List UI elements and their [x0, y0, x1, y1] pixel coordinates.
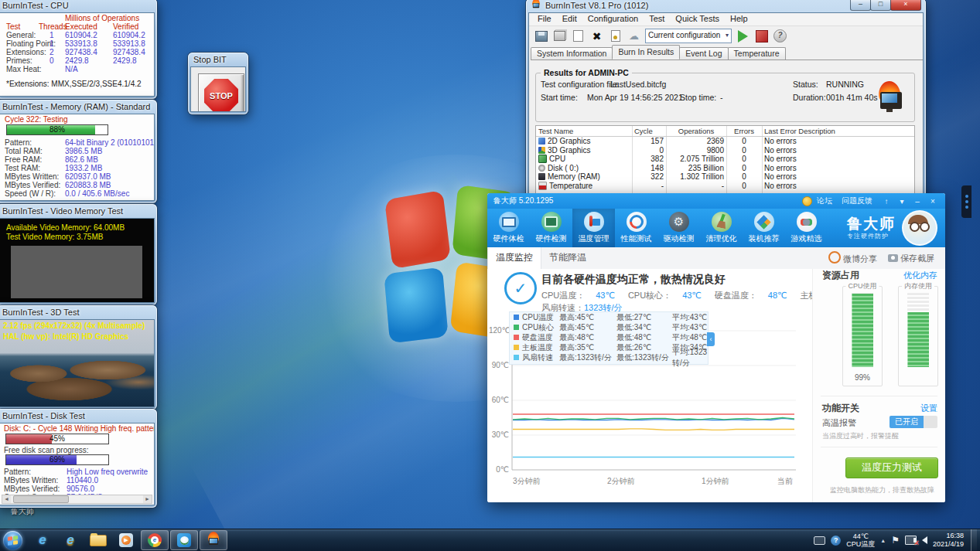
- stop-tests-button[interactable]: [754, 29, 769, 43]
- copy-icon[interactable]: [571, 29, 586, 43]
- feedback-link[interactable]: 问题反馈: [842, 196, 872, 206]
- tray-device-icon[interactable]: [814, 536, 825, 545]
- nav-clean-optimize[interactable]: 清理优化: [700, 209, 743, 247]
- disk-icon: [538, 165, 545, 172]
- tab-burn-in-results[interactable]: Burn In Results: [612, 45, 680, 60]
- tray-expand-icon[interactable]: ▲: [880, 538, 886, 543]
- titlebar[interactable]: BurnInTest - Memory (RAM) - Standard: [0, 100, 157, 114]
- table-row[interactable]: Memory (RAM) 322 1.302 Trillion 0 No err…: [536, 172, 914, 182]
- table-row[interactable]: CPU 382 2.075 Trillion 0 No errors: [536, 155, 914, 164]
- titlebar[interactable]: BurnInTest - CPU: [0, 0, 157, 12]
- desktop-icon-ludashi[interactable]: 鲁大师: [11, 506, 34, 517]
- header-errors[interactable]: Errors: [726, 127, 762, 135]
- nav-game-picks[interactable]: 游戏精选: [785, 209, 828, 247]
- taskbar-item-explorer[interactable]: [85, 531, 111, 549]
- menu-test[interactable]: Test: [644, 13, 670, 26]
- taskbar-item-burnintest[interactable]: [200, 530, 227, 550]
- action-center-flag-icon[interactable]: ⚑: [891, 535, 900, 546]
- certificate-icon[interactable]: [608, 29, 623, 43]
- stop-bit-button[interactable]: STOP: [198, 73, 244, 111]
- tray-clock[interactable]: 16:38 2021/4/19: [933, 532, 965, 549]
- start-tests-button[interactable]: [736, 29, 750, 43]
- value: 0.0 / 405.6 MB/sec: [65, 189, 129, 198]
- cell: 1: [50, 31, 54, 39]
- titlebar[interactable]: Stop BIT: [188, 53, 248, 66]
- maximize-button[interactable]: □: [870, 0, 891, 11]
- delete-results-icon[interactable]: ✖: [589, 29, 604, 43]
- taskbar-item-media-player[interactable]: ▶: [113, 531, 139, 549]
- table-row[interactable]: 3D Graphics 0 9800 0 No errors: [536, 146, 914, 155]
- nav-performance-test[interactable]: 性能测试: [615, 209, 657, 247]
- taskbar-item-browser[interactable]: e: [141, 530, 169, 550]
- table-row[interactable]: Disk ( 0:) 148 235 Billion 0 No errors: [536, 164, 914, 173]
- scroll-right-arrow[interactable]: ►: [143, 495, 152, 503]
- titlebar[interactable]: BurnInTest - Video Memory Test: [0, 204, 157, 218]
- tab-energy-cooling[interactable]: 节能降温: [541, 247, 594, 269]
- table-row[interactable]: 2D Graphics 157 2369 0 No errors: [536, 137, 914, 146]
- weibo-icon: [828, 251, 841, 264]
- table-header-row[interactable]: Test Name Cycle Operations Errors Last E…: [536, 126, 914, 137]
- skin-menu-icon[interactable]: ▾: [896, 197, 908, 206]
- nav-build-recommend[interactable]: 装机推荐: [743, 209, 785, 247]
- taskbar-item-ie[interactable]: e: [29, 531, 56, 549]
- 3d-render-scene: 2.12 fps (294x172x32) (4x Multisample) H…: [0, 320, 154, 406]
- settings-link[interactable]: 设置: [920, 403, 937, 414]
- tray-temperature[interactable]: 44℃ CPU温度: [846, 532, 875, 548]
- start-button[interactable]: [3, 531, 22, 550]
- legend-collapse-button[interactable]: ‹: [707, 332, 715, 346]
- update-icon[interactable]: ↑: [880, 197, 893, 206]
- medal-icon[interactable]: [802, 196, 812, 206]
- optimize-memory-link[interactable]: 优化内存: [903, 270, 937, 281]
- taskbar-item-ie64[interactable]: e: [57, 531, 84, 549]
- menu-file[interactable]: File: [532, 13, 557, 26]
- titlebar[interactable]: 鲁大师 5.20.1295 论坛 问题反馈 ↑ ▾ – ×: [487, 193, 945, 209]
- minimize-button[interactable]: –: [911, 197, 924, 206]
- dashboard-icon[interactable]: ☁: [627, 29, 641, 43]
- menu-edit[interactable]: Edit: [557, 13, 582, 26]
- taskbar-item-ludashi[interactable]: [170, 530, 198, 550]
- tab-system-information[interactable]: System Information: [531, 47, 613, 60]
- header-operations[interactable]: Operations: [666, 127, 726, 135]
- save-results-icon[interactable]: [534, 29, 548, 43]
- tab-temp-monitor[interactable]: 温度监控: [487, 247, 541, 269]
- scroll-left-arrow[interactable]: ◄: [2, 495, 11, 503]
- nav-driver-detect[interactable]: ⚙驱动检测: [657, 209, 700, 247]
- table-row[interactable]: Temperature - - 0 No errors: [536, 182, 914, 191]
- desktop-sidebar-handle[interactable]: [961, 185, 971, 218]
- weibo-share-button[interactable]: 微博分享: [828, 251, 877, 265]
- media-player-icon: ▶: [119, 533, 133, 547]
- nav-hardware-checkup[interactable]: 硬件体检: [487, 209, 530, 247]
- titlebar[interactable]: BurnInTest - 3D Test: [0, 305, 157, 319]
- header-last-error[interactable]: Last Error Description: [762, 127, 914, 135]
- menu-help[interactable]: Help: [725, 13, 753, 26]
- minimize-button[interactable]: –: [850, 0, 871, 11]
- header-cycle[interactable]: Cycle: [632, 127, 666, 135]
- alarm-toggle[interactable]: 已开启: [890, 416, 937, 428]
- titlebar[interactable]: BurnInTest - Disk Test: [0, 409, 157, 423]
- nav-temperature[interactable]: 温度管理: [572, 209, 615, 247]
- close-button[interactable]: ×: [927, 197, 939, 206]
- close-button[interactable]: ×: [890, 0, 921, 11]
- speaker-icon[interactable]: [922, 536, 927, 544]
- configuration-dropdown[interactable]: Current configuration ▾: [645, 29, 732, 43]
- show-desktop-button[interactable]: [971, 529, 977, 551]
- menu-configuration[interactable]: Configuration: [582, 13, 644, 26]
- scroll-thumb[interactable]: [13, 495, 69, 503]
- forum-link[interactable]: 论坛: [817, 196, 832, 206]
- tab-temperature[interactable]: Temperature: [728, 47, 786, 60]
- header-test-name[interactable]: Test Name: [536, 127, 632, 135]
- nav-hardware-detect[interactable]: 硬件检测: [530, 209, 572, 247]
- progress-text: 69%: [6, 455, 108, 464]
- menu-quick-tests[interactable]: Quick Tests: [670, 13, 725, 26]
- save-screenshot-button[interactable]: 保存截屏: [888, 253, 934, 264]
- stress-test-button[interactable]: 温度压力测试: [845, 457, 938, 478]
- browser-icon: e: [148, 533, 162, 547]
- toolbar: ✖ ☁ Current configuration ▾ ?: [529, 26, 923, 46]
- video-available: Available Video Memory: 64.00MB: [6, 223, 125, 232]
- tab-event-log[interactable]: Event Log: [679, 47, 728, 60]
- view-report-icon[interactable]: [552, 29, 567, 43]
- horizontal-scrollbar[interactable]: ◄ ►: [2, 495, 152, 504]
- tray-help-icon[interactable]: ?: [831, 536, 841, 546]
- ie-icon: e: [39, 532, 46, 548]
- help-button[interactable]: ?: [773, 29, 787, 43]
